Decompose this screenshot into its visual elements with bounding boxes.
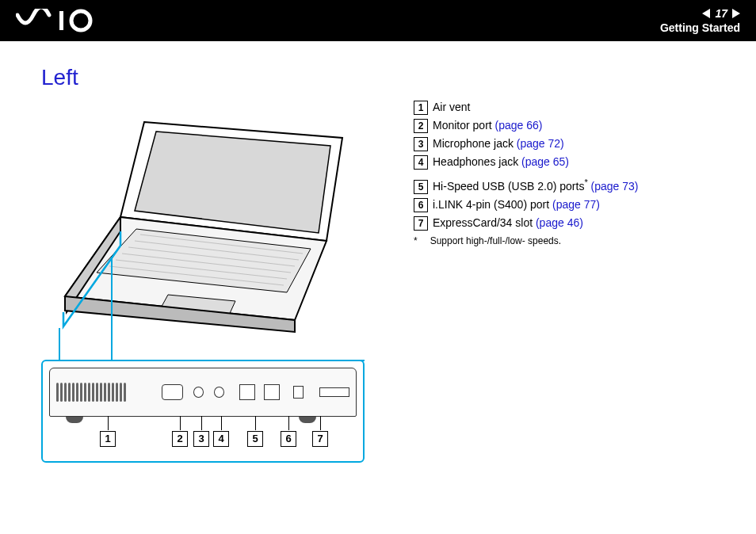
list-item: 7 ExpressCard/34 slot (page 46)	[414, 216, 639, 231]
page-link[interactable]: (page 77)	[552, 198, 600, 211]
footnote-text: Support high-/full-/low- speeds.	[430, 235, 561, 246]
headphone-jack-icon	[214, 387, 224, 398]
page-link[interactable]: (page 73)	[591, 180, 639, 193]
list-item: 6 i.LINK 4-pin (S400) port (page 77)	[414, 198, 639, 212]
content: Left	[0, 41, 756, 486]
diagram-num-2: 2	[172, 431, 188, 447]
diagram-num-1: 1	[100, 431, 116, 447]
prev-page-arrow-icon[interactable]	[702, 9, 710, 18]
list-item: 3 Microphone jack (page 72)	[414, 137, 639, 151]
vaio-logo	[16, 9, 103, 32]
header-right: 17 Getting Started	[660, 7, 740, 34]
usb-port-icon	[264, 384, 280, 400]
list-item: 1 Air vent	[414, 101, 639, 115]
mic-jack-icon	[193, 387, 204, 398]
diagram-area: 1 2 3 4 5 6 7	[41, 106, 382, 486]
side-profile-box: 1 2 3 4 5 6 7	[41, 360, 365, 463]
page-number: 17	[715, 7, 727, 20]
expresscard-slot-icon	[319, 387, 349, 397]
section-label: Getting Started	[660, 21, 740, 34]
right-column: 1 Air vent 2 Monitor port (page 66) 3 Mi…	[414, 65, 639, 486]
laptop-side-profile	[49, 368, 357, 417]
svg-point-1	[71, 11, 90, 30]
page-link[interactable]: (page 46)	[536, 216, 583, 229]
header-bar: 17 Getting Started	[0, 0, 756, 41]
air-vent-icon	[56, 381, 141, 403]
monitor-port-icon	[162, 384, 183, 400]
page-link[interactable]: (page 65)	[521, 155, 569, 168]
footnote-mark: *	[414, 235, 418, 246]
item-num: 2	[414, 119, 428, 133]
diagram-num-7: 7	[312, 431, 328, 447]
footnote: * Support high-/full-/low- speeds.	[414, 235, 639, 246]
item-label: ExpressCard/34 slot	[433, 216, 533, 229]
laptop-foot	[66, 417, 83, 423]
diagram-number-labels: 1 2 3 4 5 6 7	[43, 431, 363, 455]
page-nav: 17	[660, 7, 740, 20]
item-num: 4	[414, 155, 428, 170]
item-label: Microphone jack	[433, 137, 514, 150]
item-num: 3	[414, 137, 428, 151]
item-label: Air vent	[433, 101, 470, 113]
page-link[interactable]: (page 72)	[517, 137, 564, 150]
item-num: 5	[414, 180, 428, 194]
page-title: Left	[41, 65, 390, 90]
list-item: 5 Hi-Speed USB (USB 2.0) ports* (page 73…	[414, 177, 639, 194]
laptop-foot	[299, 417, 316, 423]
callout-line	[111, 257, 113, 360]
list-item: 4 Headphones jack (page 65)	[414, 155, 639, 170]
diagram-num-5: 5	[247, 431, 263, 447]
diagram-num-4: 4	[213, 431, 229, 447]
item-num: 1	[414, 101, 428, 115]
item-label: Headphones jack	[433, 155, 518, 168]
list-item: 2 Monitor port (page 66)	[414, 119, 639, 133]
item-label: Monitor port	[433, 119, 492, 132]
diagram-num-3: 3	[193, 431, 209, 447]
asterisk: *	[584, 177, 587, 187]
vaio-logo-svg	[16, 9, 103, 32]
callout-line	[59, 328, 60, 360]
page-link[interactable]: (page 66)	[495, 119, 543, 132]
ilink-port-icon	[293, 386, 304, 399]
item-label: i.LINK 4-pin (S400) port	[433, 198, 549, 211]
item-label: Hi-Speed USB (USB 2.0) ports	[433, 180, 584, 193]
laptop-illustration	[49, 114, 350, 336]
svg-rect-0	[59, 11, 63, 30]
usb-port-icon	[239, 384, 255, 400]
item-num: 7	[414, 216, 428, 231]
diagram-num-6: 6	[281, 431, 296, 447]
left-column: Left	[41, 65, 390, 486]
next-page-arrow-icon[interactable]	[732, 9, 740, 18]
item-num: 6	[414, 198, 428, 212]
